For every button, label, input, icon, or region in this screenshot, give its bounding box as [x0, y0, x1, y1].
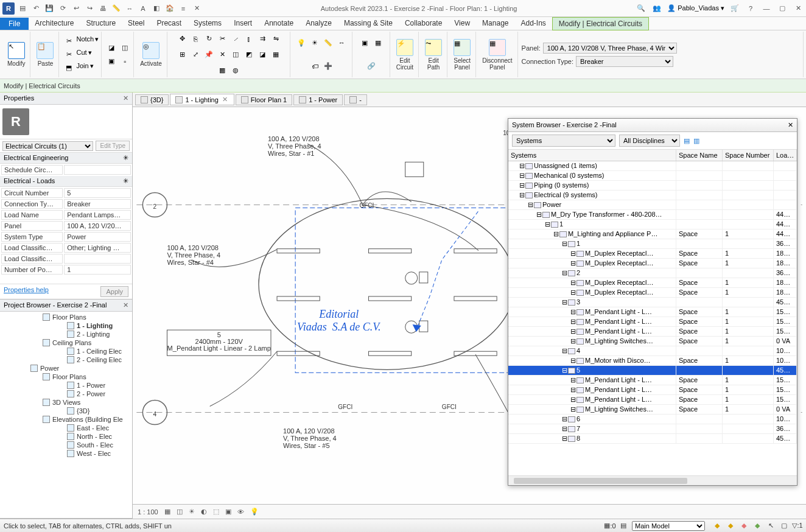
modify-icon[interactable]: ◫	[230, 48, 242, 60]
help-icon[interactable]: ?	[745, 3, 756, 14]
edit-type-button[interactable]: Edit Type	[96, 141, 130, 151]
apply-button[interactable]: Apply	[100, 286, 128, 297]
visual-style-icon[interactable]: ◫	[177, 508, 183, 516]
sb-row[interactable]: ⊟M_Motor with Disco…Space1101…	[508, 356, 797, 366]
modify4-icon[interactable]: ▦	[270, 48, 282, 60]
pb-item[interactable]: Floor Plans	[0, 313, 132, 321]
sb-row[interactable]: ⊟Electrical (9 systems)	[508, 191, 797, 200]
activate-button[interactable]: ◎Activate	[138, 41, 164, 68]
status-icon4[interactable]: ◆	[752, 521, 762, 531]
qat-undo-icon[interactable]: ↶	[30, 3, 41, 14]
cart-icon[interactable]: 🛒	[729, 3, 740, 14]
view-tab[interactable]: Floor Plan 1	[236, 94, 292, 105]
menu-item-modify-electrical-circuits[interactable]: Modify | Electrical Circuits	[552, 17, 649, 30]
sb-row[interactable]: ⊟M_Lighting Switches…Space10 VA	[508, 337, 797, 346]
properties-help-link[interactable]: Properties help	[4, 286, 49, 297]
qat-thin-icon[interactable]: ≡	[178, 3, 189, 14]
modify5-icon[interactable]: ▩	[216, 64, 228, 76]
window-restore-icon[interactable]: ▢	[777, 3, 788, 14]
qat-text-icon[interactable]: A	[138, 3, 149, 14]
pb-item[interactable]: 1 - Lighting	[0, 321, 132, 330]
edit-path-button[interactable]: ⤳Edit Path	[422, 38, 444, 72]
pb-item[interactable]: 2 - Ceiling Elec	[0, 355, 132, 364]
pb-item[interactable]: Ceiling Plans	[0, 338, 132, 347]
move-icon[interactable]: ✥	[176, 33, 188, 45]
tab-close-icon[interactable]: ✕	[221, 96, 229, 103]
pb-item[interactable]: South - Elec	[0, 441, 132, 449]
geometry3-icon[interactable]: ▣	[105, 55, 117, 68]
sb-row[interactable]: ⊟M_Pendant Light - L…Space1150…	[508, 327, 797, 337]
geometry2-icon[interactable]: ◫	[119, 42, 131, 54]
prop-value[interactable]: 1	[64, 265, 131, 275]
sb-row[interactable]: ⊟3450…	[508, 298, 797, 307]
pb-item[interactable]: Floor Plans	[0, 373, 132, 381]
modify2-icon[interactable]: ◩	[243, 48, 255, 60]
status-icon5[interactable]: ↖	[766, 521, 776, 531]
sb-col-spacenum[interactable]: Space Number	[723, 150, 774, 161]
sb-row[interactable]: ⊟M_Duplex Receptacl…Space1180…	[508, 288, 797, 298]
reveal-icon[interactable]: 💡	[250, 508, 259, 516]
workset-select[interactable]: Main Model	[632, 521, 705, 531]
menu-item-insert[interactable]: Insert	[228, 17, 258, 30]
status-filter2-icon[interactable]: ▽:1	[793, 521, 802, 531]
qat-close-icon[interactable]: ✕	[191, 3, 202, 14]
create-icon[interactable]: ➕	[322, 60, 334, 72]
pb-item[interactable]: West - Elec	[0, 449, 132, 458]
project-browser-close-icon[interactable]: ✕	[123, 301, 128, 309]
hide-icon[interactable]: 👁	[237, 508, 244, 516]
prop-value[interactable]	[64, 254, 131, 264]
pb-item[interactable]: East - Elec	[0, 424, 132, 432]
sb-row[interactable]: ⊟M_Lighting Switches…Space10 VA	[508, 405, 797, 415]
qat-save-icon[interactable]: 💾	[44, 3, 55, 14]
view-tab[interactable]: 1 - Power	[293, 94, 343, 105]
cut-button[interactable]: ✂	[63, 49, 75, 61]
tag-icon[interactable]: 🏷	[309, 60, 321, 72]
menu-item-manage[interactable]: Manage	[476, 17, 514, 30]
crop-icon[interactable]: ⬚	[213, 508, 219, 516]
prop-section-header[interactable]: Electrical - Loads✳	[0, 176, 132, 187]
sb-row[interactable]: ⊟Mechanical (0 systems)	[508, 171, 797, 181]
menu-item-structure[interactable]: Structure	[80, 17, 122, 30]
menu-item-add-ins[interactable]: Add-Ins	[514, 17, 552, 30]
offset-icon[interactable]: ⇉	[256, 33, 268, 45]
trim-icon[interactable]: ✂	[216, 33, 228, 45]
menu-item-architecture[interactable]: Architecture	[29, 17, 80, 30]
rotate-icon[interactable]: ↻	[203, 33, 215, 45]
sb-col-load[interactable]: Loa…	[774, 150, 797, 161]
conn-type-select[interactable]: Breaker	[576, 56, 673, 67]
collab-icon[interactable]: 👥	[651, 3, 662, 14]
qat-measure-icon[interactable]: 📏	[111, 3, 122, 14]
view-tab[interactable]: -	[344, 94, 367, 105]
sb-discipline-select[interactable]: All Disciplines	[619, 135, 680, 147]
status-filter-icon[interactable]: ▤	[619, 521, 628, 531]
sb-row[interactable]: ⊟M_Pendant Light - L…Space1150…	[508, 307, 797, 317]
pb-item[interactable]: 1 - Power	[0, 381, 132, 390]
link-icon[interactable]: 🔗	[365, 60, 377, 72]
status-icon6[interactable]: ▢	[779, 521, 789, 531]
crop-region-icon[interactable]: ▣	[225, 508, 231, 516]
paste-button[interactable]: 📋Paste	[34, 41, 56, 68]
modify3-icon[interactable]: ◪	[256, 48, 268, 60]
prop-value[interactable]: Power	[64, 232, 131, 242]
pb-item[interactable]: 3D Views	[0, 398, 132, 407]
qat-undo2-icon[interactable]: ↩	[71, 3, 82, 14]
view-tab[interactable]: 1 - Lighting✕	[170, 94, 234, 105]
status-icon1[interactable]: ◆	[712, 521, 722, 531]
split-icon[interactable]: ⟋	[230, 33, 242, 45]
sb-col-spacename[interactable]: Space Name	[676, 150, 723, 161]
sb-tool1-icon[interactable]: ▤	[684, 137, 690, 145]
scale-button[interactable]: 1 : 100	[138, 508, 158, 516]
window-minimize-icon[interactable]: —	[761, 3, 772, 14]
qat-print-icon[interactable]: 🖶	[97, 3, 108, 14]
notch-button[interactable]: ✂	[63, 35, 75, 47]
system-browser-close-icon[interactable]: ✕	[788, 121, 793, 129]
status-selcount[interactable]: ▦ :0	[605, 521, 615, 531]
sb-row[interactable]: ⊟M_Duplex Receptacl…Space1180…	[508, 249, 797, 259]
search-icon[interactable]: 🔍	[636, 3, 647, 14]
prop-value[interactable]: Other; Lighting …	[64, 243, 131, 253]
menu-item-systems[interactable]: Systems	[187, 17, 228, 30]
chevron-down-icon[interactable]: ▾	[95, 35, 99, 47]
window-close-icon[interactable]: ✕	[793, 3, 804, 14]
prop-value[interactable]	[64, 165, 131, 175]
sb-row[interactable]: ⊟8450…	[508, 434, 797, 444]
